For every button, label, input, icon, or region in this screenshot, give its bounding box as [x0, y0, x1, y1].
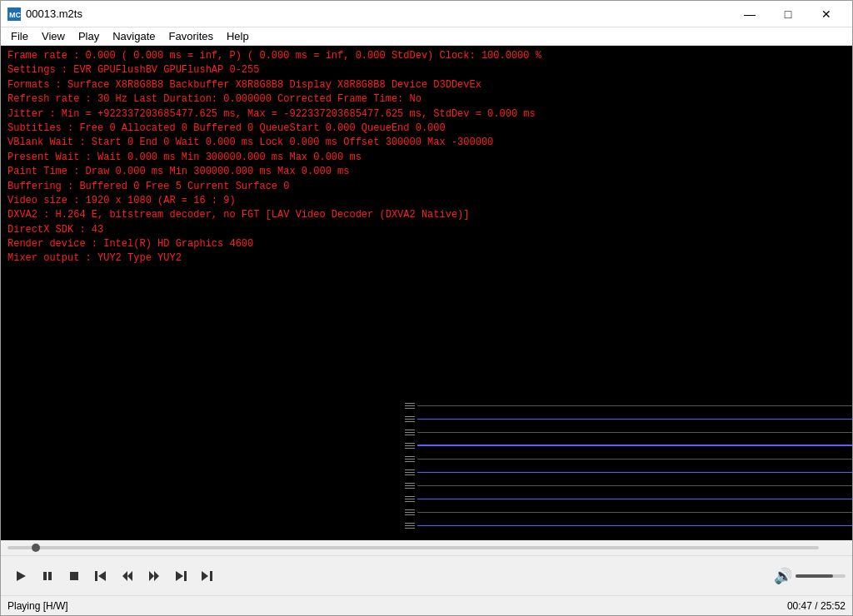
maximize-button[interactable]: □ — [769, 1, 807, 27]
seekbar-container[interactable] — [1, 540, 852, 555]
waveform-line-1 — [402, 399, 852, 412]
svg-rect-4 — [48, 572, 52, 580]
waveform-marker-4 — [402, 443, 417, 449]
play-button[interactable] — [7, 563, 34, 589]
svg-rect-6 — [95, 571, 97, 581]
seekbar-thumb[interactable] — [32, 544, 40, 552]
svg-marker-7 — [98, 571, 106, 581]
waveform-bar-5 — [417, 459, 852, 460]
stop-icon — [68, 570, 80, 582]
svg-marker-8 — [127, 571, 132, 581]
waveform-marker-10 — [402, 523, 417, 529]
next-button[interactable] — [167, 563, 194, 589]
forward-icon — [147, 570, 161, 582]
volume-icon: 🔊 — [774, 567, 792, 585]
debug-line-7: Present Wait : Wait 0.000 ms Min 300000.… — [7, 151, 846, 165]
waveform-line-8 — [402, 492, 852, 505]
debug-line-6: VBlank Wait : Start 0 End 0 Wait 0.000 m… — [7, 136, 846, 150]
svg-marker-11 — [154, 571, 159, 581]
menu-navigate[interactable]: Navigate — [106, 28, 162, 44]
volume-bar[interactable] — [796, 574, 846, 578]
svg-marker-14 — [202, 571, 208, 581]
status-bar: Playing [H/W] 00:47 / 25:52 — [1, 595, 852, 615]
svg-marker-10 — [149, 571, 154, 581]
waveform-bar-8 — [417, 499, 852, 499]
menu-view[interactable]: View — [35, 28, 72, 44]
debug-line-4: Jitter : Min = +922337203685477.625 ms, … — [7, 107, 846, 122]
debug-line-1: Settings : EVR GPUFlushBV GPUFlushAP 0-2… — [7, 63, 846, 77]
svg-marker-2 — [17, 571, 26, 581]
rewind-button[interactable] — [114, 563, 141, 589]
menu-play[interactable]: Play — [72, 28, 106, 44]
waveform-marker-3 — [402, 430, 417, 435]
svg-rect-15 — [210, 571, 212, 581]
waveform-line-3 — [402, 425, 852, 439]
svg-marker-9 — [122, 571, 127, 581]
waveform-bar-2 — [417, 419, 852, 420]
svg-text:MC: MC — [9, 11, 21, 19]
waveform-bar-3 — [417, 432, 852, 433]
menu-bar: File View Play Navigate Favorites Help — [1, 27, 852, 46]
main-window: MC 00013.m2ts — □ ✕ File View Play Navig… — [0, 0, 853, 616]
waveform-bar-10 — [417, 525, 852, 526]
rewind-icon — [121, 570, 134, 582]
debug-line-5: Subtitles : Free 0 Allocated 0 Buffered … — [7, 122, 846, 136]
frame-step-button[interactable] — [194, 563, 221, 589]
minimize-button[interactable]: — — [731, 1, 769, 27]
pause-button[interactable] — [34, 563, 61, 589]
waveform-marker-6 — [402, 469, 417, 475]
waveform-marker-2 — [402, 416, 417, 422]
menu-favorites[interactable]: Favorites — [162, 28, 220, 44]
pause-icon — [42, 570, 53, 582]
svg-marker-13 — [176, 571, 183, 581]
debug-line-3: Refresh rate : 30 Hz Last Duration: 0.00… — [7, 92, 846, 107]
debug-line-10: Video size : 1920 x 1080 (AR = 16 : 9) — [7, 194, 846, 208]
volume-fill — [796, 574, 833, 578]
waveform-line-4 — [402, 439, 852, 452]
frame-step-icon — [201, 570, 214, 582]
waveform-marker-9 — [402, 509, 417, 515]
controls-bar: 🔊 — [1, 555, 852, 595]
waveform-marker-8 — [402, 496, 417, 502]
content-area: Frame rate : 0.000 ( 0.000 ms = inf, P) … — [1, 46, 852, 540]
waveform-line-10 — [402, 519, 852, 532]
prev-button[interactable] — [87, 563, 114, 589]
waveform-line-7 — [402, 479, 852, 492]
title-bar: MC 00013.m2ts — □ ✕ — [1, 1, 852, 27]
status-playing: Playing [H/W] — [7, 600, 787, 612]
svg-rect-5 — [70, 572, 78, 580]
waveform-line-6 — [402, 465, 852, 479]
debug-line-8: Paint Time : Draw 0.000 ms Min 300000.00… — [7, 165, 846, 179]
menu-file[interactable]: File — [4, 28, 35, 44]
play-icon — [15, 570, 27, 582]
menu-help[interactable]: Help — [220, 28, 256, 44]
debug-line-0: Frame rate : 0.000 ( 0.000 ms = inf, P) … — [7, 49, 846, 63]
waveform-bar-1 — [417, 405, 852, 406]
volume-area: 🔊 — [774, 567, 846, 585]
window-title: 00013.m2ts — [26, 7, 731, 20]
waveform-display — [402, 390, 852, 540]
waveform-bar-4 — [417, 445, 852, 446]
stop-button[interactable] — [61, 563, 87, 589]
waveform-bar-7 — [417, 485, 852, 486]
window-controls: — □ ✕ — [731, 1, 846, 27]
video-area — [1, 270, 852, 540]
debug-info-panel: Frame rate : 0.000 ( 0.000 ms = inf, P) … — [1, 46, 852, 270]
waveform-line-2 — [402, 412, 852, 425]
app-icon: MC — [7, 7, 21, 21]
debug-line-11: DXVA2 : H.264 E, bitstream decoder, no F… — [7, 208, 846, 222]
waveform-marker-1 — [402, 403, 417, 409]
prev-icon — [94, 570, 107, 582]
debug-line-13: Render device : Intel(R) HD Graphics 460… — [7, 237, 846, 251]
forward-button[interactable] — [141, 563, 167, 589]
debug-line-9: Buffering : Buffered 0 Free 5 Current Su… — [7, 180, 846, 194]
svg-rect-12 — [184, 571, 187, 581]
waveform-marker-7 — [402, 483, 417, 489]
waveform-line-5 — [402, 452, 852, 465]
waveform-marker-5 — [402, 456, 417, 462]
svg-rect-3 — [43, 572, 47, 580]
close-button[interactable]: ✕ — [807, 1, 846, 27]
debug-line-14: Mixer output : YUY2 Type YUY2 — [7, 251, 846, 266]
waveform-line-9 — [402, 505, 852, 519]
seekbar-track[interactable] — [7, 546, 819, 549]
